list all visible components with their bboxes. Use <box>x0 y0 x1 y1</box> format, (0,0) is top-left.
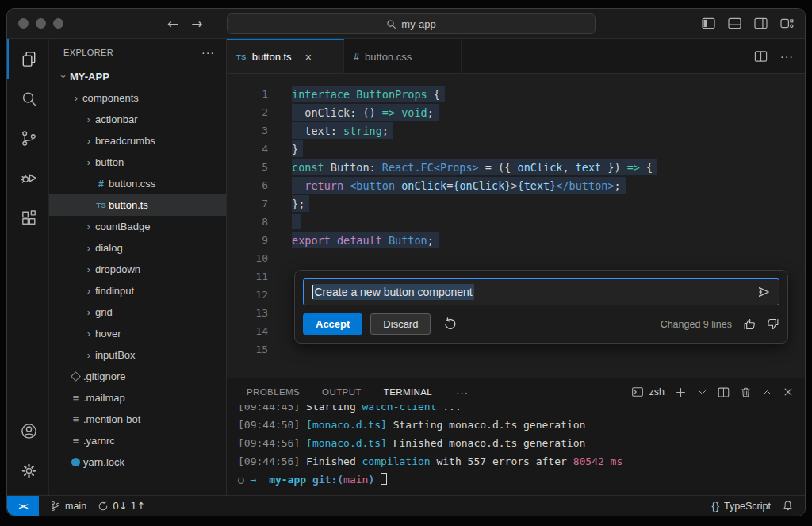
tree-item-yarnrc[interactable]: ≡.yarnrc <box>49 430 226 451</box>
sync-status-item[interactable]: 0↓ 1↑ <box>98 500 145 512</box>
tree-item-dropdown[interactable]: ›dropdown <box>49 259 226 280</box>
command-center-search[interactable]: my-app <box>227 13 596 34</box>
notifications-bell-icon[interactable] <box>782 500 794 512</box>
file-tree: ›MY-APP›components›actionbar›breadcrumbs… <box>49 66 226 495</box>
tree-item-yarn.lock[interactable]: yarn.lock <box>49 451 226 473</box>
close-panel-icon[interactable] <box>783 386 794 397</box>
remote-indicator[interactable]: >< <box>7 496 39 516</box>
go-forward-icon[interactable]: → <box>191 16 202 32</box>
chevron-right-icon: › <box>70 92 82 104</box>
layout-panel-bottom-icon[interactable] <box>728 17 741 29</box>
send-icon[interactable] <box>756 285 771 299</box>
code-editor[interactable]: 1interface ButtonProps {2 onClick: () =>… <box>227 74 805 378</box>
ts-file-icon: TS <box>236 52 247 61</box>
close-window-button[interactable] <box>18 18 29 29</box>
split-terminal-icon[interactable] <box>718 386 730 398</box>
tab-label: button.css <box>365 51 412 63</box>
tree-item-button.ts[interactable]: TSbutton.ts <box>49 194 226 216</box>
discard-button[interactable]: Discard <box>370 313 431 335</box>
tree-item-button[interactable]: ›button <box>49 152 226 173</box>
line-number: 4 <box>227 143 268 155</box>
split-editor-icon[interactable] <box>754 50 768 63</box>
minimize-window-button[interactable] <box>36 18 46 29</box>
thumbs-down-icon[interactable] <box>766 317 779 331</box>
accept-button[interactable]: Accept <box>303 313 362 335</box>
inline-chat-widget: Create a new button component Accept Dis… <box>294 270 788 344</box>
tree-item-findinput[interactable]: ›findinput <box>49 280 226 301</box>
code-text: } <box>292 143 303 155</box>
kill-terminal-trash-icon[interactable] <box>740 386 752 398</box>
shell-label[interactable]: zsh <box>649 386 665 397</box>
language-mode-item[interactable]: {} TypeScript <box>712 501 771 512</box>
customize-layout-icon[interactable] <box>780 17 794 29</box>
explorer-title: EXPLORER <box>63 48 113 57</box>
maximize-panel-icon[interactable] <box>762 387 772 397</box>
chevron-right-icon: › <box>82 221 95 232</box>
panel-tab-output[interactable]: OUTPUT <box>322 378 362 405</box>
layout-sidebar-left-icon[interactable] <box>702 17 715 29</box>
panel-tab-problems[interactable]: PROBLEMS <box>247 378 300 405</box>
activity-search-icon[interactable] <box>7 79 48 118</box>
tree-item-dialog[interactable]: ›dialog <box>49 237 226 259</box>
tree-item-hover[interactable]: ›hover <box>49 323 226 344</box>
code-text: const Button: React.FC<Props> = ({ onCli… <box>292 161 657 174</box>
settings-gear-icon[interactable] <box>7 451 48 490</box>
activity-extensions-icon[interactable] <box>7 198 48 237</box>
launch-profile-chevron-icon[interactable] <box>697 387 707 397</box>
tree-item-label: dialog <box>95 242 123 254</box>
git-file-icon <box>68 373 83 380</box>
title-bar: ← → my-app <box>7 9 805 39</box>
line-number: 7 <box>227 198 268 209</box>
tab-button.ts[interactable]: TSbutton.ts× <box>227 39 344 73</box>
panel-tab-terminal[interactable]: TERMINAL <box>384 378 432 405</box>
accounts-icon[interactable] <box>7 411 48 451</box>
tree-item-components[interactable]: ›components <box>49 87 226 109</box>
tree-item-label: .gitignore <box>83 371 125 382</box>
tree-item-inputbox[interactable]: ›inputBox <box>49 344 226 366</box>
line-number: 10 <box>227 252 268 264</box>
chevron-right-icon: › <box>82 328 95 340</box>
zoom-window-button[interactable] <box>53 18 63 29</box>
new-terminal-icon[interactable] <box>675 386 687 398</box>
tree-item-gitignore[interactable]: .gitignore <box>49 366 226 387</box>
tree-item-grid[interactable]: ›grid <box>49 301 226 323</box>
config-file-icon: ≡ <box>68 392 83 404</box>
changed-blank-line <box>292 214 301 229</box>
tree-item-mention-bot[interactable]: ≡.mention-bot <box>49 409 226 430</box>
activity-source-control-icon[interactable] <box>7 118 48 158</box>
explorer-more-actions[interactable]: ··· <box>201 46 215 59</box>
sync-icon <box>98 501 109 512</box>
tree-item-label: yarn.lock <box>83 456 124 468</box>
inline-chat-input[interactable]: Create a new button component <box>303 278 779 305</box>
tree-item-breadcrumbs[interactable]: ›breadcrumbs <box>49 130 226 152</box>
tree-item-countbadge[interactable]: ›countBadge <box>49 216 226 237</box>
tree-item-label: .yarnrc <box>83 435 115 447</box>
tree-item-label: dropdown <box>95 263 140 275</box>
code-text: text: string; <box>292 125 393 137</box>
activity-explorer-icon[interactable] <box>7 39 48 79</box>
tree-item-button.css[interactable]: #button.css <box>49 173 226 194</box>
tree-item-label: MY-APP <box>70 71 109 83</box>
retry-icon[interactable] <box>443 317 457 331</box>
code-text: interface ButtonProps { <box>292 88 445 101</box>
activity-run-debug-icon[interactable] <box>7 158 48 198</box>
terminal-output[interactable]: [09:44:45] Starting watch-client ...[09:… <box>227 405 805 495</box>
tree-item-label: grid <box>95 306 113 318</box>
close-tab-icon[interactable]: × <box>305 51 312 63</box>
vscode-window: ← → my-app <box>6 8 806 516</box>
panel-more-actions[interactable]: ··· <box>456 386 469 398</box>
editor-tab-bar: TSbutton.ts×#button.css ··· <box>227 39 805 74</box>
tree-item-label: actionbar <box>95 113 137 125</box>
branch-status-item[interactable]: main <box>50 501 86 512</box>
layout-sidebar-right-icon[interactable] <box>754 17 768 29</box>
editor-more-actions[interactable]: ··· <box>780 50 794 63</box>
language-mode: TypeScript <box>724 501 771 512</box>
thumbs-up-icon[interactable] <box>743 317 756 331</box>
go-back-icon[interactable]: ← <box>167 16 178 32</box>
terminal-cursor <box>381 473 387 485</box>
code-line: 3 text: string; <box>227 121 805 140</box>
tab-button.css[interactable]: #button.css <box>344 39 462 73</box>
tree-item-my-app[interactable]: ›MY-APP <box>49 66 226 87</box>
tree-item-actionbar[interactable]: ›actionbar <box>49 109 226 130</box>
tree-item-mailmap[interactable]: ≡.mailmap <box>49 387 226 409</box>
